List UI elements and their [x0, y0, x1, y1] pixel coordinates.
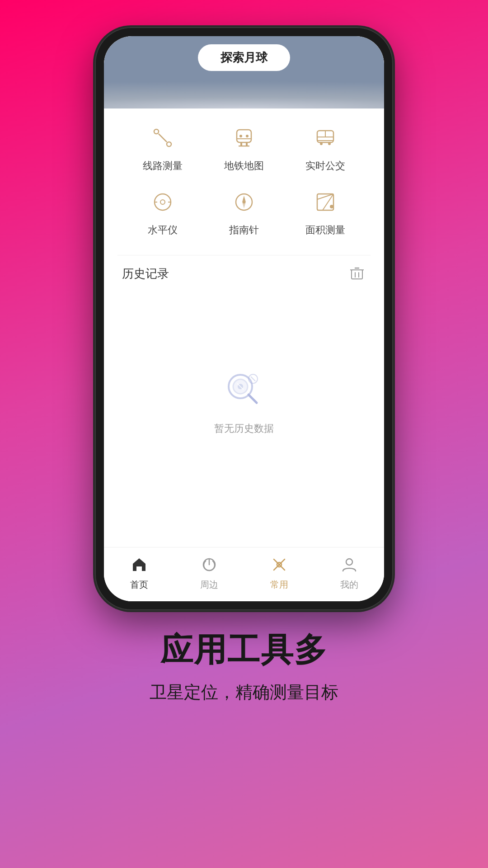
tool-grid: 线路测量: [104, 108, 384, 255]
level-icon: [147, 186, 178, 218]
user-icon: [338, 553, 361, 576]
header-area: 探索月球: [104, 36, 384, 108]
power-icon: [198, 553, 221, 576]
phone-frame: 探索月球 线路测量: [95, 27, 393, 610]
route-measure-icon: [147, 122, 178, 154]
svg-point-8: [246, 135, 249, 137]
bottom-nav: 首页 周边: [104, 547, 384, 601]
main-slogan: 应用工具多: [150, 628, 338, 672]
history-header: 历史记录: [122, 264, 366, 283]
nav-mine[interactable]: 我的: [327, 553, 372, 591]
svg-rect-13: [320, 142, 323, 145]
svg-point-46: [346, 559, 352, 565]
svg-point-28: [330, 205, 333, 208]
tool-row-2: 水平仪 指南针: [122, 186, 366, 237]
tools-icon: [268, 553, 291, 576]
svg-rect-3: [237, 130, 251, 142]
subway-map-label: 地铁地图: [224, 159, 264, 173]
home-icon: [128, 553, 150, 576]
history-title: 历史记录: [122, 266, 169, 282]
empty-text: 暂无历史数据: [214, 422, 274, 435]
svg-point-7: [239, 135, 242, 137]
compass-icon: [228, 186, 260, 218]
tool-compass[interactable]: 指南针: [210, 186, 278, 237]
empty-state: 暂无历史数据: [122, 292, 366, 538]
tool-subway-map[interactable]: 地铁地图: [210, 122, 278, 173]
svg-rect-29: [352, 270, 362, 279]
nav-nearby[interactable]: 周边: [187, 553, 232, 591]
svg-point-1: [167, 142, 171, 146]
svg-point-0: [154, 129, 159, 134]
subway-map-icon: [228, 122, 260, 154]
tool-row-1: 线路测量: [122, 122, 366, 173]
realtime-bus-icon: [310, 122, 341, 154]
tool-realtime-bus[interactable]: 实时公交: [291, 122, 359, 173]
phone-screen: 探索月球 线路测量: [104, 36, 384, 601]
nav-home-label: 首页: [130, 579, 148, 591]
nav-home[interactable]: 首页: [117, 553, 162, 591]
nav-common-label: 常用: [270, 579, 288, 591]
svg-line-25: [317, 194, 333, 199]
empty-icon: [221, 368, 267, 413]
nav-nearby-label: 周边: [200, 579, 218, 591]
area-measure-icon: [310, 186, 341, 218]
history-section: 历史记录: [104, 255, 384, 547]
realtime-bus-label: 实时公交: [305, 159, 345, 173]
sub-slogan: 卫星定位，精确测量目标: [150, 681, 338, 704]
compass-label: 指南针: [229, 223, 259, 237]
marketing-area: 应用工具多 卫星定位，精确测量目标: [122, 610, 366, 717]
delete-history-button[interactable]: [348, 264, 366, 283]
svg-point-17: [160, 200, 165, 204]
route-measure-label: 线路测量: [143, 159, 183, 173]
svg-line-2: [159, 134, 167, 142]
header-banner: 探索月球: [198, 44, 290, 71]
level-label: 水平仪: [148, 223, 178, 237]
tool-route-measure[interactable]: 线路测量: [129, 122, 197, 173]
content-area: 线路测量: [104, 108, 384, 601]
nav-common[interactable]: 常用: [257, 553, 302, 591]
tool-area-measure[interactable]: 面积测量: [291, 186, 359, 237]
svg-rect-14: [328, 142, 331, 145]
svg-line-36: [249, 395, 257, 403]
tool-level[interactable]: 水平仪: [129, 186, 197, 237]
nav-mine-label: 我的: [340, 579, 358, 591]
header-title: 探索月球: [221, 51, 267, 64]
svg-point-23: [243, 201, 245, 203]
area-measure-label: 面积测量: [305, 223, 345, 237]
